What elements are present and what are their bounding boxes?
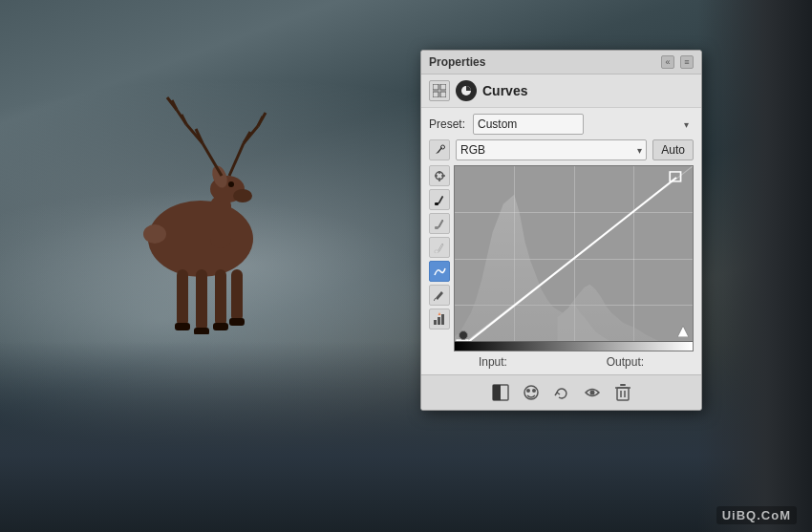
auto-button[interactable]: Auto: [652, 139, 694, 160]
select-point-tool[interactable]: [429, 165, 450, 186]
output-label: Output:: [607, 355, 644, 369]
svg-rect-1: [210, 196, 231, 248]
svg-line-41: [434, 298, 436, 301]
panel-header: Curves: [421, 74, 701, 108]
svg-point-4: [228, 181, 234, 187]
svg-point-3: [233, 189, 252, 202]
svg-rect-38: [435, 202, 438, 205]
svg-line-13: [229, 143, 244, 176]
reset-icon: [553, 384, 570, 401]
tree-right: [697, 0, 812, 532]
svg-line-6: [203, 143, 222, 176]
colorize-button[interactable]: [520, 381, 543, 404]
input-label: Input:: [479, 355, 507, 369]
svg-rect-44: [441, 314, 444, 325]
svg-rect-30: [440, 92, 446, 97]
svg-point-26: [143, 224, 166, 244]
delete-button[interactable]: [611, 381, 634, 404]
curve-line-svg: [455, 166, 693, 351]
svg-rect-21: [231, 269, 243, 322]
curves-container: [429, 165, 694, 351]
shadow-slider[interactable]: [459, 330, 468, 340]
svg-rect-39: [435, 226, 438, 229]
trash-icon: [615, 384, 630, 401]
tools-column: [429, 139, 450, 160]
eyedropper-black-tool[interactable]: [429, 139, 450, 160]
curves-title: Curves: [482, 83, 527, 98]
triangle-icon: [677, 326, 689, 337]
deer-silhouette: [115, 48, 287, 334]
svg-rect-40: [435, 250, 438, 253]
histogram-warning-tool[interactable]: [429, 309, 450, 330]
smooth-tool[interactable]: [429, 285, 450, 306]
channel-row: RGB Red Green Blue Auto: [429, 139, 694, 160]
pencil-icon: [434, 289, 445, 301]
svg-rect-42: [434, 320, 437, 325]
panel-title: Properties: [429, 55, 485, 69]
preset-select-wrapper: Custom Default Strong Contrast Medium Co…: [473, 114, 694, 135]
pointer-icon: [434, 170, 446, 182]
svg-point-53: [526, 389, 530, 393]
colorize-icon: [523, 384, 540, 401]
eyedropper-shadow-tool[interactable]: [429, 189, 450, 210]
svg-marker-49: [677, 326, 689, 337]
eyedropper-mid-tool[interactable]: [429, 213, 450, 234]
svg-point-55: [589, 391, 594, 395]
channel-select[interactable]: RGB Red Green Blue: [456, 139, 647, 160]
svg-rect-43: [438, 317, 440, 325]
curve-icon: [434, 266, 446, 278]
svg-rect-27: [433, 84, 438, 90]
bottom-gradient-bar: [455, 341, 693, 351]
svg-point-32: [441, 145, 445, 149]
eye-icon: [584, 384, 601, 401]
panel-titlebar: Properties « ≡: [421, 51, 701, 74]
curves-tools: [429, 165, 450, 351]
preset-row: Preset: Custom Default Strong Contrast M…: [429, 114, 694, 135]
svg-rect-19: [196, 269, 207, 331]
highlight-slider[interactable]: [677, 326, 689, 340]
svg-rect-18: [177, 269, 188, 327]
svg-line-46: [463, 178, 676, 346]
svg-rect-23: [194, 328, 209, 334]
curve-draw-tool[interactable]: [429, 261, 450, 282]
svg-rect-28: [440, 84, 446, 90]
io-row: Input: Output:: [429, 355, 694, 369]
svg-rect-51: [493, 385, 501, 400]
preset-select[interactable]: Custom Default Strong Contrast Medium Co…: [473, 114, 584, 135]
svg-rect-24: [213, 323, 228, 330]
svg-rect-22: [175, 323, 190, 330]
watermark: UiBQ.CoM: [716, 506, 797, 524]
reset-button[interactable]: [550, 381, 573, 404]
curves-graph[interactable]: [454, 165, 694, 351]
clip-shadows-button[interactable]: [489, 381, 512, 404]
svg-rect-20: [215, 269, 226, 327]
bottom-toolbar: [421, 374, 701, 410]
properties-panel: Properties « ≡ Curves Preset:: [420, 50, 702, 411]
grid-icon-button[interactable]: [429, 80, 450, 101]
menu-button[interactable]: ≡: [680, 55, 694, 69]
eyedropper-shadow-icon: [434, 194, 445, 205]
eyedropper-mid-icon: [434, 218, 445, 229]
panel-body: Preset: Custom Default Strong Contrast M…: [421, 108, 701, 374]
clip-icon: [492, 384, 509, 401]
grid-icon: [433, 84, 446, 97]
svg-point-54: [532, 389, 536, 393]
preset-label: Preset:: [429, 117, 467, 131]
svg-rect-25: [229, 318, 245, 326]
collapse-button[interactable]: «: [661, 55, 674, 69]
layer-circle-icon[interactable]: [456, 80, 477, 101]
svg-rect-56: [617, 388, 629, 400]
panel-controls: « ≡: [661, 55, 694, 69]
histogram-icon: [433, 312, 446, 326]
layer-icon: [460, 85, 472, 96]
eyedropper-highlight-icon: [434, 242, 445, 253]
channel-select-wrapper: RGB Red Green Blue: [456, 139, 647, 160]
visibility-button[interactable]: [581, 381, 604, 404]
svg-rect-29: [433, 92, 438, 97]
eyedropper-highlight-tool[interactable]: [429, 237, 450, 258]
eyedropper-icon: [434, 144, 445, 156]
